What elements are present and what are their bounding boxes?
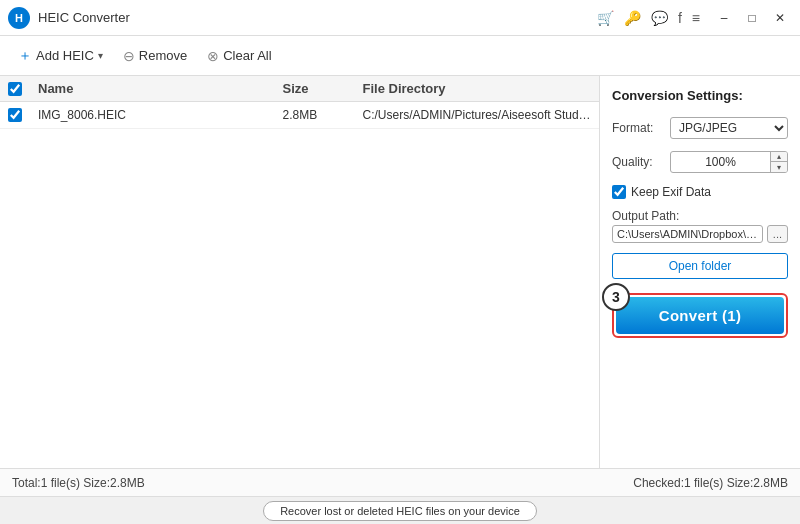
keep-exif-row: Keep Exif Data [612, 185, 788, 199]
add-heic-label: Add HEIC [36, 48, 94, 63]
table-header: Name Size File Directory [0, 76, 599, 102]
dropdown-arrow-icon: ▾ [98, 50, 103, 61]
facebook-icon[interactable]: f [678, 10, 682, 26]
file-directory: C:/Users/ADMIN/Pictures/Aiseesoft Studio… [355, 108, 600, 122]
remove-label: Remove [139, 48, 187, 63]
spinner-arrows: ▴ ▾ [770, 152, 787, 172]
col-name: Name [30, 81, 275, 96]
keep-exif-label: Keep Exif Data [631, 185, 711, 199]
file-size: 2.8MB [275, 108, 355, 122]
browse-button[interactable]: ... [767, 225, 788, 243]
quality-label: Quality: [612, 155, 664, 169]
spinner-down-button[interactable]: ▾ [771, 162, 787, 172]
menu-icon[interactable]: ≡ [692, 10, 700, 26]
file-area: Name Size File Directory IMG_8006.HEIC 2… [0, 76, 600, 468]
checked-info: Checked:1 file(s) Size:2.8MB [633, 476, 788, 490]
convert-button[interactable]: Convert (1) [616, 297, 784, 334]
format-label: Format: [612, 121, 664, 135]
col-size: Size [275, 81, 355, 96]
chat-icon[interactable]: 💬 [651, 10, 668, 26]
step-badge: 3 [602, 283, 630, 311]
spinner-up-button[interactable]: ▴ [771, 152, 787, 162]
add-heic-button[interactable]: ＋ Add HEIC ▾ [10, 43, 111, 69]
file-table-body: IMG_8006.HEIC 2.8MB C:/Users/ADMIN/Pictu… [0, 102, 599, 468]
clear-all-label: Clear All [223, 48, 271, 63]
status-bar: Total:1 file(s) Size:2.8MB Checked:1 fil… [0, 468, 800, 496]
open-folder-button[interactable]: Open folder [612, 253, 788, 279]
row-checkbox-cell [0, 108, 30, 122]
panel-title: Conversion Settings: [612, 88, 788, 103]
key-icon[interactable]: 🔑 [624, 10, 641, 26]
output-path-value: C:\Users\ADMIN\Dropbox\PC\ [612, 225, 763, 243]
close-button[interactable]: ✕ [768, 7, 792, 29]
app-logo: H [8, 7, 30, 29]
convert-btn-wrapper: Convert (1) [612, 293, 788, 338]
window-controls: – □ ✕ [712, 7, 792, 29]
clear-icon: ⊗ [207, 48, 219, 64]
convert-area: 3 Convert (1) [612, 293, 788, 338]
total-info: Total:1 file(s) Size:2.8MB [12, 476, 145, 490]
table-row: IMG_8006.HEIC 2.8MB C:/Users/ADMIN/Pictu… [0, 102, 599, 129]
keep-exif-checkbox[interactable] [612, 185, 626, 199]
main-area: Name Size File Directory IMG_8006.HEIC 2… [0, 76, 800, 468]
row-checkbox[interactable] [8, 108, 22, 122]
select-all-checkbox[interactable] [8, 82, 22, 96]
format-row: Format: JPG/JPEG PNG BMP GIF TIFF [612, 117, 788, 139]
quality-spinner: 100% ▴ ▾ [670, 151, 788, 173]
cart-icon[interactable]: 🛒 [597, 10, 614, 26]
col-directory: File Directory [355, 81, 600, 96]
maximize-button[interactable]: □ [740, 7, 764, 29]
remove-icon: ⊖ [123, 48, 135, 64]
minimize-button[interactable]: – [712, 7, 736, 29]
file-name: IMG_8006.HEIC [30, 108, 275, 122]
title-bar-icons: 🛒 🔑 💬 f ≡ [597, 10, 700, 26]
right-panel: Conversion Settings: Format: JPG/JPEG PN… [600, 76, 800, 468]
output-path-row: C:\Users\ADMIN\Dropbox\PC\ ... [612, 225, 788, 243]
title-bar: H HEIC Converter 🛒 🔑 💬 f ≡ – □ ✕ [0, 0, 800, 36]
app-title: HEIC Converter [38, 10, 130, 25]
clear-all-button[interactable]: ⊗ Clear All [199, 44, 279, 68]
add-icon: ＋ [18, 47, 32, 65]
quality-value: 100% [671, 153, 770, 171]
recover-button[interactable]: Recover lost or deleted HEIC files on yo… [263, 501, 537, 521]
format-select[interactable]: JPG/JPEG PNG BMP GIF TIFF [670, 117, 788, 139]
quality-row: Quality: 100% ▴ ▾ [612, 151, 788, 173]
header-checkbox-cell [0, 81, 30, 96]
output-path-section: Output Path: C:\Users\ADMIN\Dropbox\PC\ … [612, 209, 788, 243]
output-path-label: Output Path: [612, 209, 788, 223]
toolbar: ＋ Add HEIC ▾ ⊖ Remove ⊗ Clear All [0, 36, 800, 76]
recover-bar: Recover lost or deleted HEIC files on yo… [0, 496, 800, 524]
remove-button[interactable]: ⊖ Remove [115, 44, 195, 68]
